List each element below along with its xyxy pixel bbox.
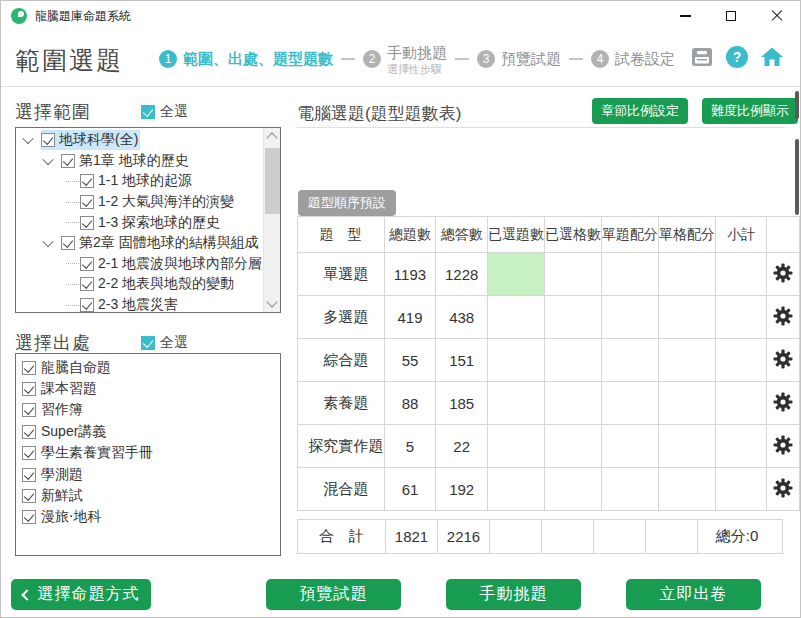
points-per-question-cell[interactable] <box>602 253 659 296</box>
difficulty-ratio-button[interactable]: 難度比例顯示 <box>702 98 798 124</box>
scrollbar-thumb[interactable] <box>795 139 799 215</box>
scroll-down-icon[interactable] <box>266 296 277 307</box>
tree-item[interactable]: 2-3 地震災害 <box>16 295 263 313</box>
points-per-cell-cell[interactable] <box>659 296 716 339</box>
back-to-method-button[interactable]: 選擇命題方式 <box>11 579 151 610</box>
selected-cells-cell[interactable] <box>545 296 602 339</box>
source-select-all-checkbox[interactable] <box>141 336 155 350</box>
source-item[interactable]: Super講義 <box>16 421 280 442</box>
generate-paper-button[interactable]: 立即出卷 <box>626 579 761 610</box>
selected-cells-cell[interactable] <box>545 339 602 382</box>
checkbox[interactable] <box>22 382 36 396</box>
source-item[interactable]: 龍騰自命題 <box>16 357 280 378</box>
minimize-button[interactable] <box>662 1 708 31</box>
tree-item[interactable]: 地球科學(全) <box>16 130 263 151</box>
source-item-label: 新鮮試 <box>41 487 83 505</box>
selected-questions-cell[interactable] <box>488 468 545 511</box>
points-per-cell-cell[interactable] <box>659 382 716 425</box>
chapter-ratio-button[interactable]: 章節比例設定 <box>592 98 688 124</box>
scrollbar-thumb[interactable] <box>795 91 799 119</box>
points-per-question-cell[interactable] <box>602 382 659 425</box>
step-2[interactable]: 2 手動挑題 選擇性步驟 <box>363 44 447 75</box>
source-item[interactable]: 新鮮試 <box>16 485 280 506</box>
row-settings-button[interactable] <box>767 425 800 468</box>
selected-questions-cell[interactable] <box>488 425 545 468</box>
selected-questions-cell[interactable] <box>488 339 545 382</box>
selected-cells-cell[interactable] <box>545 253 602 296</box>
points-per-question-cell[interactable] <box>602 339 659 382</box>
row-settings-button[interactable] <box>767 468 800 511</box>
col-total-answers: 總答數 <box>436 217 488 253</box>
row-settings-button[interactable] <box>767 296 800 339</box>
points-per-question-cell[interactable] <box>602 425 659 468</box>
chevron-down-icon[interactable] <box>42 154 53 165</box>
points-per-cell-cell[interactable] <box>659 339 716 382</box>
checkbox[interactable] <box>22 425 36 439</box>
row-settings-button[interactable] <box>767 253 800 296</box>
checkbox[interactable] <box>22 446 36 460</box>
checkbox[interactable] <box>41 133 55 147</box>
tree-item[interactable]: 第2章 固體地球的結構與組成 <box>16 233 263 254</box>
points-per-cell-cell[interactable] <box>659 468 716 511</box>
selected-questions-cell[interactable] <box>488 296 545 339</box>
source-item[interactable]: 課本習題 <box>16 378 280 399</box>
preview-questions-button[interactable]: 預覽試題 <box>266 579 401 610</box>
chevron-down-icon[interactable] <box>42 236 53 247</box>
tree-item[interactable]: 2-1 地震波與地球內部分層 <box>16 254 263 275</box>
subtotal-cell <box>716 339 767 382</box>
source-item[interactable]: 習作簿 <box>16 400 280 421</box>
step-3[interactable]: 3 預覽試題 <box>477 50 561 69</box>
range-select-all[interactable]: 全選 <box>141 103 188 121</box>
scrollbar-thumb[interactable] <box>265 148 280 214</box>
points-per-cell-cell[interactable] <box>659 425 716 468</box>
source-item[interactable]: 學生素養實習手冊 <box>16 443 280 464</box>
tree-item[interactable]: 1-1 地球的起源 <box>16 171 263 192</box>
points-per-cell-cell[interactable] <box>659 253 716 296</box>
source-select-all[interactable]: 全選 <box>141 334 188 352</box>
source-item[interactable]: 漫旅‧地科 <box>16 507 280 528</box>
checkbox[interactable] <box>22 403 36 417</box>
checkbox[interactable] <box>80 174 94 188</box>
selected-questions-cell[interactable] <box>488 253 545 296</box>
checkbox[interactable] <box>61 154 75 168</box>
points-per-question-cell[interactable] <box>602 468 659 511</box>
save-button[interactable] <box>690 45 714 69</box>
manual-pick-button[interactable]: 手動挑題 <box>446 579 581 610</box>
source-item[interactable]: 學測題 <box>16 464 280 485</box>
row-settings-button[interactable] <box>767 382 800 425</box>
type-cell: 素養題 <box>298 382 385 425</box>
maximize-button[interactable] <box>708 1 754 31</box>
checkbox[interactable] <box>61 236 75 250</box>
checkbox[interactable] <box>22 489 36 503</box>
checkbox[interactable] <box>80 298 94 312</box>
step-4[interactable]: 4 試卷設定 <box>591 50 675 69</box>
checkbox[interactable] <box>80 277 94 291</box>
help-button[interactable]: ? <box>725 45 749 69</box>
tree-item[interactable]: 2-2 地表與地殼的變動 <box>16 274 263 295</box>
scroll-up-icon[interactable] <box>266 132 277 143</box>
selected-cells-cell[interactable] <box>545 425 602 468</box>
tree-item[interactable]: 1-2 大氣與海洋的演變 <box>16 192 263 213</box>
tree-item[interactable]: 第1章 地球的歷史 <box>16 151 263 172</box>
checkbox[interactable] <box>22 510 36 524</box>
row-settings-button[interactable] <box>767 339 800 382</box>
step-1[interactable]: 1 範圍、出處、題型題數 <box>159 50 333 69</box>
tree-scrollbar[interactable] <box>263 128 280 312</box>
tree-item[interactable]: 1-3 探索地球的歷史 <box>16 212 263 233</box>
question-order-badge[interactable]: 題型順序預設 <box>298 190 396 216</box>
range-select-all-checkbox[interactable] <box>141 105 155 119</box>
type-cell: 單選題 <box>298 253 385 296</box>
checkbox[interactable] <box>22 468 36 482</box>
close-button[interactable] <box>754 1 800 31</box>
checkbox[interactable] <box>22 361 36 375</box>
chevron-down-icon[interactable] <box>22 133 33 144</box>
selected-cells-cell[interactable] <box>545 382 602 425</box>
checkbox[interactable] <box>80 216 94 230</box>
points-per-question-cell[interactable] <box>602 296 659 339</box>
total-questions-cell: 88 <box>384 382 436 425</box>
home-button[interactable] <box>760 45 784 69</box>
selected-questions-cell[interactable] <box>488 382 545 425</box>
checkbox[interactable] <box>80 257 94 271</box>
selected-cells-cell[interactable] <box>545 468 602 511</box>
checkbox[interactable] <box>80 195 94 209</box>
